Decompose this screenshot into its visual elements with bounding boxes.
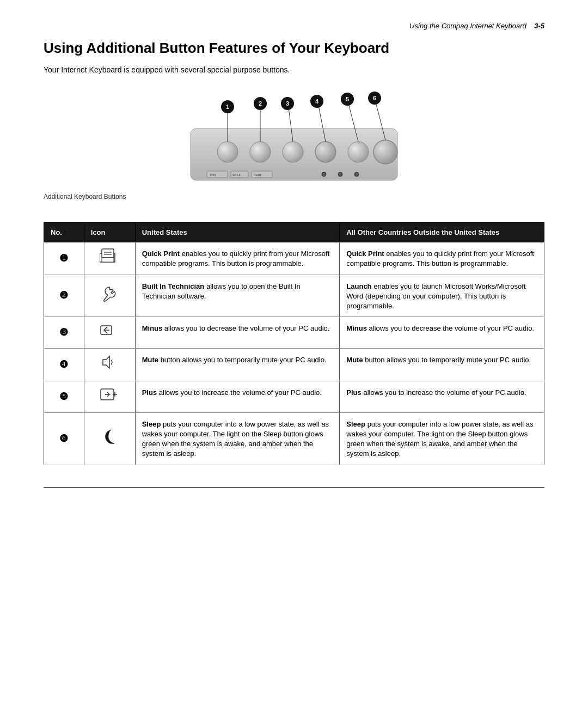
svg-text:4: 4 (315, 98, 319, 105)
col-header-no: No. (44, 223, 84, 242)
row5-no: ❺ (44, 381, 84, 412)
svg-text:3: 3 (286, 100, 289, 107)
col-header-icon: Icon (84, 223, 135, 242)
row3-us: Minus allows you to decrease the volume … (135, 317, 340, 349)
table-row: ❸ Minus allows you to decrease the volum… (44, 317, 544, 349)
svg-point-3 (283, 142, 303, 162)
page-title: Using Additional Button Features of Your… (44, 40, 544, 57)
row6-icon (84, 412, 135, 465)
row5-us: Plus allows you to increase the volume o… (135, 381, 340, 412)
row4-other: Mute button allows you to temporarily mu… (340, 349, 544, 381)
svg-text:2: 2 (259, 100, 262, 107)
row4-no: ❹ (44, 349, 84, 381)
svg-text:Pause: Pause (254, 173, 261, 176)
svg-marker-41 (103, 356, 109, 368)
table-row: ❹ Mute button allows you to temporarily … (44, 349, 544, 381)
row1-icon (84, 242, 135, 275)
svg-rect-37 (102, 258, 114, 262)
svg-point-5 (348, 142, 369, 162)
svg-text:5: 5 (346, 96, 349, 102)
svg-text:Print: Print (210, 173, 216, 176)
table-row: ❻ Sleep puts your computer into a low po… (44, 412, 544, 465)
table-row: ❷ Built In Technician allows you to open… (44, 275, 544, 317)
row5-icon (84, 381, 135, 412)
svg-rect-34 (102, 249, 114, 258)
row4-icon (84, 349, 135, 381)
plus-icon (100, 387, 119, 402)
page-subtitle: Your Internet Keyboard is equipped with … (44, 65, 544, 74)
table-row: ❶ Quick Print enables you to quickly pri… (44, 242, 544, 275)
row1-no: ❶ (44, 242, 84, 275)
svg-point-10 (322, 172, 326, 176)
sleep-icon (101, 428, 118, 445)
minus-icon (100, 322, 119, 338)
col-header-other: All Other Countries Outside the United S… (340, 223, 544, 242)
header-italic: Using the Compaq Internet Keyboard (409, 22, 526, 30)
features-table: No. Icon United States All Other Countri… (44, 222, 544, 465)
row6-us: Sleep puts your computer into a low powe… (135, 412, 340, 465)
row2-other: Launch enables you to launch Microsoft W… (340, 275, 544, 317)
col-header-us: United States (135, 223, 340, 242)
row1-us: Quick Print enables you to quickly print… (135, 242, 340, 275)
row3-no: ❸ (44, 317, 84, 349)
table-row: ❺ Plus allows you to increase the volume… (44, 381, 544, 412)
svg-point-1 (217, 142, 238, 162)
svg-text:Scr Lk: Scr Lk (232, 173, 241, 176)
row6-other: Sleep puts your computer into a low powe… (340, 412, 544, 465)
svg-point-11 (338, 172, 342, 176)
bottom-divider (44, 487, 544, 488)
print-icon (100, 248, 119, 264)
svg-point-2 (250, 142, 271, 162)
keyboard-svg: Print Scr Lk Pause 1 2 3 4 (180, 90, 408, 188)
page-number: 3-5 (534, 22, 544, 30)
mute-icon (101, 354, 118, 370)
svg-point-6 (373, 140, 397, 164)
row6-no: ❻ (44, 412, 84, 465)
row3-icon (84, 317, 135, 349)
svg-point-4 (315, 142, 336, 162)
keyboard-diagram: Print Scr Lk Pause 1 2 3 4 (180, 90, 408, 188)
row3-other: Minus allows you to decrease the volume … (340, 317, 544, 349)
row2-us: Built In Technician allows you to open t… (135, 275, 340, 317)
row2-icon (84, 275, 135, 317)
row5-other: Plus allows you to increase the volume o… (340, 381, 544, 412)
image-caption: Additional Keyboard Buttons (44, 193, 544, 200)
page-header: Using the Compaq Internet Keyboard 3-5 (44, 22, 544, 30)
svg-point-12 (354, 172, 359, 176)
keyboard-diagram-area: Print Scr Lk Pause 1 2 3 4 (44, 90, 544, 211)
row2-no: ❷ (44, 275, 84, 317)
svg-text:1: 1 (226, 104, 229, 110)
row4-us: Mute button allows you to temporarily mu… (135, 349, 340, 381)
technician-icon (101, 285, 118, 302)
svg-text:6: 6 (373, 95, 376, 101)
row1-other: Quick Print enables you to quickly print… (340, 242, 544, 275)
